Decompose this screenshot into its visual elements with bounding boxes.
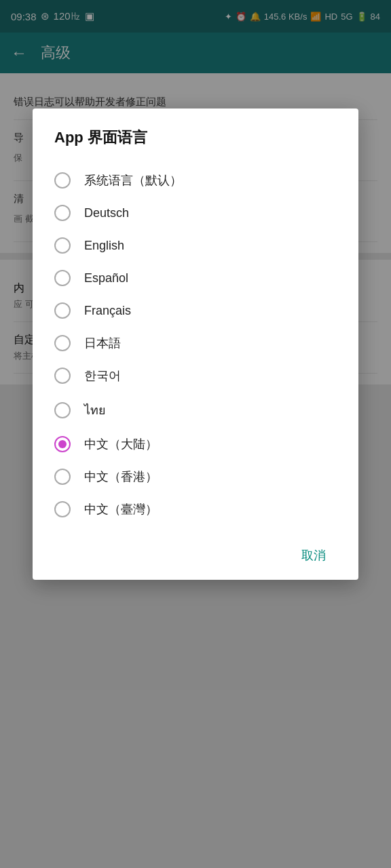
radio-system [54,172,71,189]
radio-francais [54,302,71,319]
language-label-espanol: Español [84,271,128,285]
radio-chinese-tw [54,501,71,517]
language-option-english[interactable]: English [54,229,337,262]
radio-deutsch [54,205,71,221]
language-option-korean[interactable]: 한국어 [54,359,337,392]
language-dialog: App 界面语言 系统语言（默认）DeutschEnglishEspañolFr… [33,108,358,580]
language-option-deutsch[interactable]: Deutsch [54,197,337,229]
language-label-chinese-tw: 中文（臺灣） [84,501,157,517]
language-option-thai[interactable]: ไทย [54,392,337,428]
language-option-chinese-hk[interactable]: 中文（香港） [54,460,337,493]
language-label-english: English [84,239,124,253]
dialog-actions: 取消 [54,531,337,569]
dialog-title: App 界面语言 [54,127,337,148]
language-label-francais: Français [84,304,131,318]
language-label-deutsch: Deutsch [84,206,129,220]
radio-chinese-hk [54,469,71,485]
language-label-thai: ไทย [84,400,106,420]
dialog-overlay: App 界面语言 系统语言（默认）DeutschEnglishEspañolFr… [0,0,391,868]
language-label-japanese: 日本語 [84,335,121,351]
cancel-button[interactable]: 取消 [291,542,337,569]
radio-chinese-mainland [54,436,71,452]
language-options-list: 系统语言（默认）DeutschEnglishEspañolFrançais日本語… [54,164,337,526]
language-option-chinese-tw[interactable]: 中文（臺灣） [54,493,337,526]
radio-korean [54,368,71,384]
language-option-francais[interactable]: Français [54,294,337,327]
language-label-korean: 한국어 [84,368,121,384]
radio-japanese [54,335,71,351]
radio-english [54,237,71,254]
language-option-espanol[interactable]: Español [54,262,337,294]
radio-espanol [54,270,71,286]
radio-inner-chinese-mainland [58,440,67,448]
language-label-system: 系统语言（默认） [84,172,182,189]
language-label-chinese-hk: 中文（香港） [84,469,157,485]
language-option-system[interactable]: 系统语言（默认） [54,164,337,197]
language-option-japanese[interactable]: 日本語 [54,327,337,359]
radio-thai [54,402,71,418]
language-option-chinese-mainland[interactable]: 中文（大陆） [54,428,337,460]
language-label-chinese-mainland: 中文（大陆） [84,436,157,452]
